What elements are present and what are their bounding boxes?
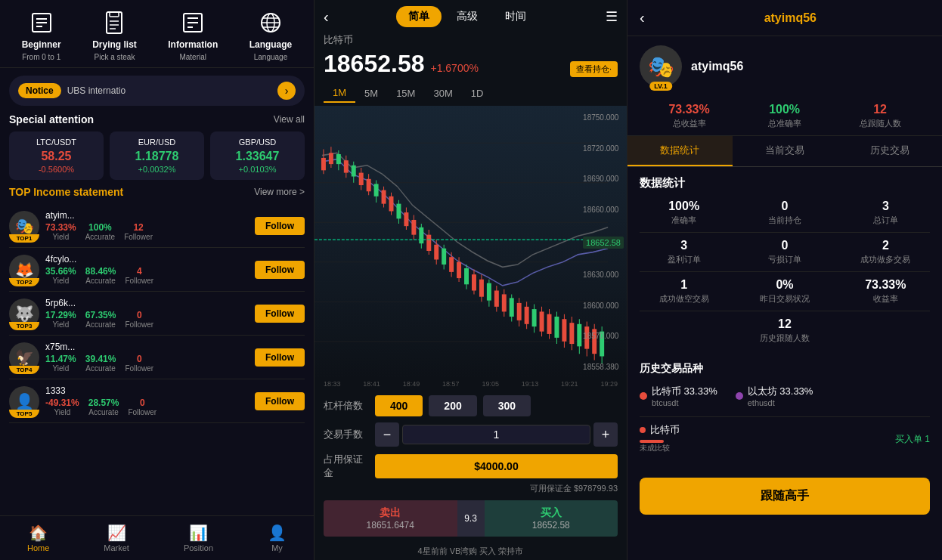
follow-button[interactable]: Follow bbox=[255, 261, 305, 279]
rank-badge: TOP3 bbox=[9, 322, 39, 330]
menu-icon[interactable]: ☰ bbox=[606, 8, 618, 25]
market-icon: 📈 bbox=[107, 524, 126, 542]
bottom-nav-position[interactable]: 📊 Position bbox=[184, 524, 213, 552]
time-tab-30m[interactable]: 30M bbox=[424, 84, 461, 103]
sell-section[interactable]: 卖出 18651.6474 bbox=[324, 500, 457, 537]
information-icon bbox=[176, 9, 209, 36]
follow-button[interactable]: Follow bbox=[255, 392, 305, 410]
accuracy-lbl: 准确率 bbox=[640, 215, 728, 226]
view-more-link[interactable]: View more > bbox=[254, 187, 305, 197]
sell-label: 卖出 bbox=[333, 506, 448, 520]
quantity-increase-button[interactable]: + bbox=[593, 422, 618, 447]
buy-sell-row: 卖出 18651.6474 9.3 买入 18652.58 bbox=[324, 500, 618, 537]
left-panel: Beginner From 0 to 1 Drying list Pick a … bbox=[0, 0, 314, 560]
quantity-label: 交易手数 bbox=[324, 428, 369, 441]
accurate-val: 100% bbox=[85, 222, 115, 233]
trade-footer: 4星前前 VB湾购 买入 荣持市 bbox=[315, 543, 627, 560]
tab-advanced[interactable]: 高级 bbox=[445, 6, 490, 27]
lever-300-button[interactable]: 300 bbox=[483, 395, 531, 416]
long-lbl: 成功做多交易 bbox=[841, 254, 930, 265]
history-items: 比特币 33.33% btcusdt 以太坊 33.33% ethusdt bbox=[640, 385, 930, 407]
stats-section: 数据统计 100% 准确率 0 当前持仓 3 总订单 3 盈利订单 0 bbox=[627, 167, 942, 353]
tab-history-trade[interactable]: 历史交易 bbox=[837, 136, 942, 166]
notice-bar[interactable]: Notice UBS internatio › bbox=[9, 76, 305, 106]
svg-rect-94 bbox=[577, 324, 581, 347]
btc-red-dot bbox=[640, 427, 646, 433]
view-holdings-button[interactable]: 查看持仓· bbox=[570, 61, 618, 77]
gbp-pair: GBP/USD bbox=[219, 138, 296, 147]
table-row[interactable]: 🦊 TOP2 4fcylo... 35.66% Yield 88.46% Acc… bbox=[9, 248, 305, 292]
back-button[interactable]: ‹ bbox=[324, 8, 329, 26]
quantity-decrease-button[interactable]: − bbox=[375, 422, 399, 447]
information-label: Information bbox=[168, 39, 218, 50]
nav-language[interactable]: Language Language bbox=[249, 9, 293, 61]
ltc-usdt-card[interactable]: LTC/USDT 58.25 -0.5600% bbox=[9, 131, 104, 180]
history-section: 历史交易品种 比特币 33.33% btcusdt 以太坊 33.33% eth… bbox=[627, 353, 942, 469]
follow-button[interactable]: Follow bbox=[255, 348, 305, 367]
quantity-row: 交易手数 − + bbox=[324, 422, 618, 447]
home-icon: 🏠 bbox=[29, 524, 48, 542]
hist-follower-lbl: 历史跟随人数 bbox=[640, 333, 930, 344]
tab-current-trade[interactable]: 当前交易 bbox=[733, 136, 838, 166]
tab-data-stats[interactable]: 数据统计 bbox=[627, 136, 733, 166]
yield-val: 17.29% bbox=[45, 310, 76, 320]
gbp-usd-card[interactable]: GBP/USD 1.33647 +0.0103% bbox=[210, 131, 305, 180]
return-rate-cell: 73.33% 收益率 bbox=[841, 278, 930, 305]
lever-400-button[interactable]: 400 bbox=[375, 395, 423, 416]
view-all-link[interactable]: View all bbox=[274, 114, 305, 125]
follower-stat: 12 总跟随人数 bbox=[860, 103, 901, 129]
nav-drying-list[interactable]: Drying list Pick a steak bbox=[92, 9, 137, 61]
tab-time[interactable]: 时间 bbox=[493, 6, 538, 27]
stats-grid-row3: 1 成功做空交易 0% 昨日交易状况 73.33% 收益率 bbox=[640, 278, 930, 305]
nav-information[interactable]: Information Material bbox=[168, 9, 218, 61]
trade-controls: 杠杆倍数 400 200 300 交易手数 − + 占用保证金 $4000.00… bbox=[315, 389, 627, 543]
svg-rect-58 bbox=[442, 249, 446, 265]
buy-section[interactable]: 买入 18652.58 bbox=[485, 500, 618, 537]
svg-rect-62 bbox=[457, 262, 461, 278]
eur-usd-card[interactable]: EUR/USD 1.18778 +0.0032% bbox=[110, 131, 204, 180]
bottom-nav-home[interactable]: 🏠 Home bbox=[27, 524, 49, 552]
profile-info: 🎭 LV.1 atyimq56 bbox=[627, 36, 942, 97]
profile-avatar: 🎭 LV.1 bbox=[640, 45, 682, 88]
table-row[interactable]: 🎭 TOP1 atyim... 73.33% Yield 100% Accura… bbox=[9, 204, 305, 248]
table-row[interactable]: 🐺 TOP3 5rp6k... 17.29% Yield 67.35% Accu… bbox=[9, 292, 305, 336]
top-title: TOP Income statement bbox=[9, 186, 123, 198]
divider bbox=[640, 232, 930, 233]
follow-master-button[interactable]: 跟随高手 bbox=[640, 478, 930, 515]
follow-button[interactable]: Follow bbox=[255, 305, 305, 323]
svg-rect-78 bbox=[517, 303, 522, 320]
bottom-nav-my[interactable]: 👤 My bbox=[268, 524, 287, 552]
rank-badge: TOP1 bbox=[9, 234, 39, 243]
follow-button[interactable]: Follow bbox=[255, 217, 305, 235]
buy-price: 18652.58 bbox=[494, 520, 609, 531]
time-label: 18:57 bbox=[442, 380, 460, 388]
quantity-input[interactable] bbox=[402, 425, 590, 444]
margin-button[interactable]: $4000.00 bbox=[375, 454, 618, 478]
svg-rect-34 bbox=[352, 166, 356, 177]
time-label: 18:49 bbox=[403, 380, 420, 388]
time-tab-1d[interactable]: 1D bbox=[462, 84, 493, 103]
accurate-label: Accurate bbox=[85, 277, 116, 285]
follower-val: 12 bbox=[124, 222, 153, 233]
tab-simple[interactable]: 简单 bbox=[396, 6, 442, 27]
accurate-label: Accurate bbox=[85, 364, 116, 373]
time-tab-1m[interactable]: 1M bbox=[324, 84, 355, 103]
nav-beginner[interactable]: Beginner From 0 to 1 bbox=[22, 9, 61, 61]
bottom-nav-market[interactable]: 📈 Market bbox=[104, 524, 129, 552]
market-label: Market bbox=[104, 543, 129, 552]
avatar: 🦊 TOP2 bbox=[9, 255, 39, 285]
follower-val: 0 bbox=[125, 354, 153, 364]
notice-arrow-icon[interactable]: › bbox=[277, 82, 296, 100]
svg-rect-66 bbox=[472, 274, 476, 290]
time-tab-15m[interactable]: 15M bbox=[387, 84, 424, 103]
yield-label: Yield bbox=[45, 364, 76, 373]
lever-200-button[interactable]: 200 bbox=[429, 395, 476, 416]
drying-list-icon bbox=[98, 9, 131, 36]
svg-rect-36 bbox=[359, 173, 364, 185]
time-tab-5m[interactable]: 5M bbox=[355, 84, 387, 103]
svg-rect-76 bbox=[510, 298, 514, 317]
table-row[interactable]: 👤 TOP5 1333 -49.31% Yield 28.57% Accurat… bbox=[9, 379, 305, 423]
current-position-cell: 0 当前持仓 bbox=[740, 200, 829, 226]
profile-back-button[interactable]: ‹ bbox=[640, 9, 645, 26]
table-row[interactable]: 🦅 TOP4 x75m... 11.47% Yield 39.41% Accur… bbox=[9, 336, 305, 379]
